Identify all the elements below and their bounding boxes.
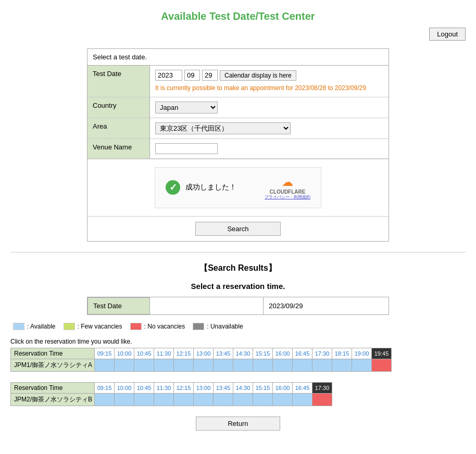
time-slot-13[interactable] [352,359,372,372]
venue-name-cell: JPM2/御茶ノ水ソラシティB [11,394,95,406]
time-header-1045[interactable]: 10:45 [134,348,154,359]
time-slot-6[interactable] [214,394,233,406]
time-header-1345[interactable]: 13:45 [214,383,233,394]
date-month-input[interactable] [184,70,200,81]
legend: : Available : Few vacancies : No vacanci… [13,323,466,330]
time-header-1645[interactable]: 16:45 [293,383,312,394]
time-slot-1[interactable] [115,359,134,372]
time-header-1900[interactable]: 19:00 [352,348,372,359]
time-slot-8[interactable] [253,394,273,406]
time-header-1600[interactable]: 16:00 [273,348,293,359]
time-slot-3[interactable] [154,359,174,372]
reservation-table-2: Reservation Time09:1510:0010:4511:3012:1… [10,382,466,406]
time-header-1130[interactable]: 11:30 [154,383,174,394]
time-slot-9[interactable] [273,359,293,372]
country-field: Japan [150,97,389,118]
time-header-1730[interactable]: 17:30 [312,383,332,394]
logout-button[interactable]: Logout [429,28,466,41]
time-slot-7[interactable] [233,394,253,406]
captcha-row: ✓ 成功しました！ ☁ CLOUDFLARE プライバシー・利用規約 [87,159,389,216]
captcha-left: ✓ 成功しました！ [166,180,236,195]
area-field: 東京23区（千代田区） [150,118,389,138]
venue-name-cell: JPM1/御茶ノ水ソラシティA [11,359,95,372]
select-time-title: Select a reservation time. [10,282,466,291]
time-header-1000[interactable]: 10:00 [115,348,134,359]
test-date-row: Test Date Calendar display is here It is… [87,66,389,97]
time-slot-8[interactable] [253,359,273,372]
cloudflare-name: CLOUDFLARE [270,189,306,195]
time-header-1515[interactable]: 15:15 [253,348,273,359]
venue-row: Venue Name [87,139,389,159]
venue-field [150,139,389,158]
click-hint: Click on the reservation time you would … [10,338,466,345]
time-header-0915[interactable]: 09:15 [95,348,115,359]
legend-few: : Few vacancies [64,323,122,330]
reservation-table-1: Reservation Time09:1510:0010:4511:3012:1… [10,348,466,372]
section-divider [10,252,466,253]
time-slot-7[interactable] [233,359,253,372]
test-date-label: Test Date [87,66,150,97]
country-select[interactable]: Japan [155,102,218,114]
time-header-1430[interactable]: 14:30 [233,383,253,394]
time-header-1945[interactable]: 19:45 [372,348,392,359]
unavailable-swatch [193,323,204,330]
time-header-0915[interactable]: 09:15 [95,383,115,394]
area-label: Area [87,118,150,138]
time-slot-5[interactable] [194,394,214,406]
reservation-time-header: Reservation Time [11,348,95,359]
time-slot-9[interactable] [273,394,293,406]
time-slot-1[interactable] [115,394,134,406]
time-slot-0[interactable] [95,394,115,406]
time-header-1215[interactable]: 12:15 [174,348,194,359]
few-swatch [64,323,75,330]
result-date-table: Test Date 2023/09/29 [87,297,389,315]
time-slot-14 [372,359,392,372]
time-header-1645[interactable]: 16:45 [293,348,312,359]
time-slot-0[interactable] [95,359,115,372]
country-label: Country [87,97,150,118]
legend-available: : Available [13,323,56,330]
time-slot-4[interactable] [174,394,194,406]
time-header-1815[interactable]: 18:15 [332,348,352,359]
page-title: Available Test Date/Test Center [10,10,466,22]
time-slot-2[interactable] [134,394,154,406]
cloudflare-cloud-icon: ☁ [282,175,293,189]
time-slot-4[interactable] [174,359,194,372]
date-year-input[interactable] [155,70,182,81]
time-slot-5[interactable] [194,359,214,372]
time-header-1130[interactable]: 11:30 [154,348,174,359]
few-label: : Few vacancies [78,323,122,330]
time-header-1215[interactable]: 12:15 [174,383,194,394]
none-label: : No vacancies [144,323,185,330]
legend-none: : No vacancies [130,323,185,330]
captcha-check-icon: ✓ [166,180,180,195]
time-header-1345[interactable]: 13:45 [214,348,233,359]
time-slot-3[interactable] [154,394,174,406]
time-slot-11[interactable] [312,359,332,372]
return-button[interactable]: Return [196,417,280,431]
search-button-row: Search [87,216,389,241]
result-test-date-label: Test Date [87,297,150,314]
available-label: : Available [27,323,56,330]
search-form: Select a test date. Test Date Calendar d… [87,48,389,242]
date-day-input[interactable] [202,70,218,81]
time-slot-12[interactable] [332,359,352,372]
time-header-1300[interactable]: 13:00 [194,348,214,359]
venue-input[interactable] [155,143,218,154]
time-header-1730[interactable]: 17:30 [312,348,332,359]
cf-privacy-link[interactable]: プライバシー・利用規約 [265,195,310,200]
time-header-1300[interactable]: 13:00 [194,383,214,394]
time-slot-10[interactable] [293,394,312,406]
time-header-1000[interactable]: 10:00 [115,383,134,394]
time-slot-2[interactable] [134,359,154,372]
captcha-success-text: 成功しました！ [185,183,236,192]
time-header-1430[interactable]: 14:30 [233,348,253,359]
time-header-1045[interactable]: 10:45 [134,383,154,394]
time-header-1515[interactable]: 15:15 [253,383,273,394]
area-select[interactable]: 東京23区（千代田区） [155,122,291,134]
search-button[interactable]: Search [195,222,280,236]
time-header-1600[interactable]: 16:00 [273,383,293,394]
time-slot-10[interactable] [293,359,312,372]
calendar-button[interactable]: Calendar display is here [220,70,296,81]
time-slot-6[interactable] [214,359,233,372]
